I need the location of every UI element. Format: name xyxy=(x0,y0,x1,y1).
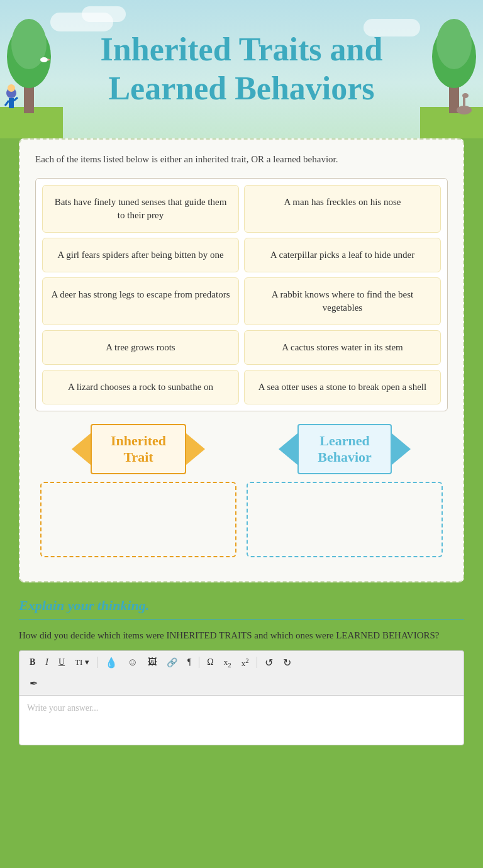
inherited-label-text: Inherited Trait xyxy=(111,433,166,466)
editor-toolbar: B I U TI ▾ 💧 ☺ 🖼 🔗 ¶ Ω x2 x2 ↺ ↻ ✒ xyxy=(19,650,464,695)
toolbar-image[interactable]: 🖼 xyxy=(144,655,160,669)
toolbar-redo[interactable]: ↻ xyxy=(279,655,295,670)
svg-point-9 xyxy=(40,57,48,62)
right-tree-decoration xyxy=(420,0,483,138)
page-wrapper: Inherited Traits and Learned Behaviors E… xyxy=(0,0,483,868)
toolbar-color[interactable]: 💧 xyxy=(101,655,121,670)
intro-text: Each of the items listed below is either… xyxy=(35,152,448,167)
svg-line-7 xyxy=(14,97,18,101)
item-card-2[interactable]: A man has freckles on his nose xyxy=(244,185,441,233)
editor-area[interactable]: Write your answer... xyxy=(19,695,464,745)
explain-question: How did you decide which items were INHE… xyxy=(19,628,464,643)
learned-banner-wrapper: Learned Behavior xyxy=(247,424,443,475)
toolbar-divider-2 xyxy=(199,657,199,668)
header-title: Inherited Traits and Learned Behaviors xyxy=(75,30,408,109)
inherited-label-banner: Inherited Trait xyxy=(91,424,186,475)
svg-marker-19 xyxy=(186,433,205,465)
editor-placeholder: Write your answer... xyxy=(27,703,98,713)
svg-marker-20 xyxy=(279,433,297,465)
inherited-arrow-left xyxy=(72,433,91,465)
item-card-9[interactable]: A lizard chooses a rock to sunbathe on xyxy=(42,370,239,404)
explain-title: Explain your thinking. xyxy=(19,598,464,614)
toolbar-underline[interactable]: U xyxy=(55,655,69,669)
toolbar-omega[interactable]: Ω xyxy=(203,655,217,669)
inherited-column: Inherited Trait xyxy=(35,424,242,563)
item-card-6[interactable]: A rabbit knows where to find the best ve… xyxy=(244,277,441,325)
toolbar-superscript[interactable]: x2 xyxy=(238,655,253,670)
inherited-drop-zone[interactable] xyxy=(40,482,236,557)
toolbar-undo[interactable]: ↺ xyxy=(261,655,277,670)
inherited-banner-wrapper: Inherited Trait xyxy=(40,424,236,475)
svg-point-17 xyxy=(462,93,469,98)
svg-marker-21 xyxy=(392,433,411,465)
items-grid-container: Bats have finely tuned senses that guide… xyxy=(35,178,448,411)
header-banner: Inherited Traits and Learned Behaviors xyxy=(0,0,483,138)
toolbar-italic[interactable]: I xyxy=(42,655,52,669)
toolbar-divider-3 xyxy=(257,657,257,668)
item-card-1[interactable]: Bats have finely tuned senses that guide… xyxy=(42,185,239,233)
toolbar-emoji[interactable]: ☺ xyxy=(124,655,142,670)
item-card-4[interactable]: A caterpillar picks a leaf to hide under xyxy=(244,238,441,272)
explain-section: Explain your thinking. How did you decid… xyxy=(19,598,464,745)
learned-arrow-right xyxy=(392,433,411,465)
toolbar-paragraph[interactable]: ¶ xyxy=(184,655,195,669)
toolbar-divider-1 xyxy=(97,657,97,668)
item-card-7[interactable]: A tree grows roots xyxy=(42,330,239,365)
learned-arrow-left xyxy=(279,433,297,465)
header-title-line2: Learned Behaviors xyxy=(108,70,374,106)
learned-drop-zone[interactable] xyxy=(247,482,443,557)
svg-line-6 xyxy=(5,101,9,106)
item-card-8[interactable]: A cactus stores water in its stem xyxy=(244,330,441,365)
learned-label-banner: Learned Behavior xyxy=(297,424,392,475)
toolbar-subscript[interactable]: x2 xyxy=(220,655,235,670)
inherited-arrow-right xyxy=(186,433,205,465)
toolbar-link[interactable]: 🔗 xyxy=(163,655,181,670)
cloud-2 xyxy=(82,6,126,22)
toolbar-bold[interactable]: B xyxy=(26,655,39,669)
explain-divider xyxy=(19,619,464,620)
svg-point-3 xyxy=(11,19,47,69)
item-card-10[interactable]: A sea otter uses a stone to break open a… xyxy=(244,370,441,404)
sort-area: Inherited Trait xyxy=(35,424,448,563)
learned-column: Learned Behavior xyxy=(242,424,448,563)
svg-point-8 xyxy=(8,84,15,92)
items-grid: Bats have finely tuned senses that guide… xyxy=(42,185,441,404)
toolbar-font-size[interactable]: TI ▾ xyxy=(71,655,93,669)
svg-point-15 xyxy=(457,106,472,114)
item-card-5[interactable]: A deer has strong legs to escape from pr… xyxy=(42,277,239,325)
learned-label-text: Learned Behavior xyxy=(318,433,372,466)
svg-marker-18 xyxy=(72,433,91,465)
svg-point-14 xyxy=(436,19,472,69)
header-title-line1: Inherited Traits and xyxy=(101,31,383,67)
item-card-3[interactable]: A girl fears spiders after being bitten … xyxy=(42,238,239,272)
main-card: Each of the items listed below is either… xyxy=(19,138,464,582)
toolbar-pen[interactable]: ✒ xyxy=(26,676,42,691)
svg-rect-5 xyxy=(9,98,14,108)
